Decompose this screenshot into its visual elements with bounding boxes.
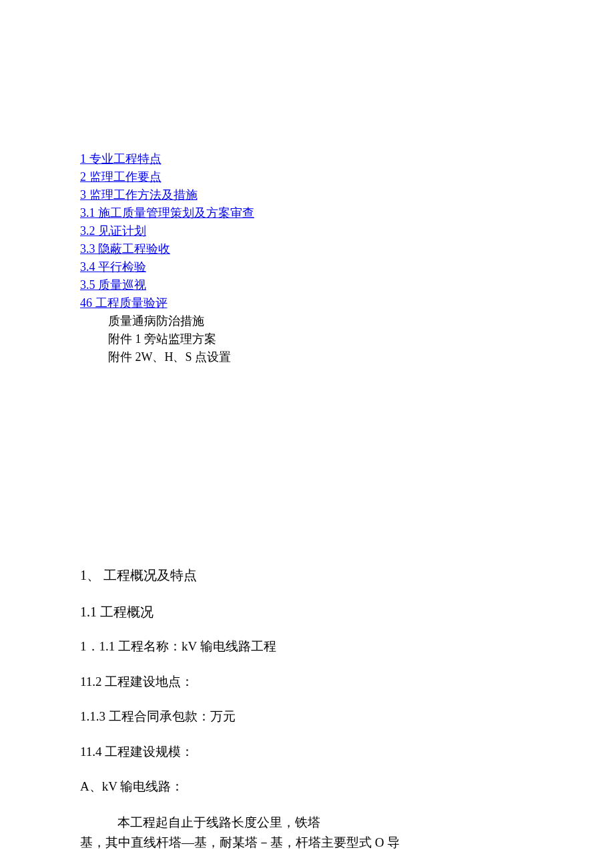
toc-link-3-5[interactable]: 3.5 质量巡视	[80, 276, 146, 294]
toc-link-3-1[interactable]: 3.1 施工质量管理策划及方案审查	[80, 204, 254, 222]
toc-link-2[interactable]: 2 监理工作要点	[80, 168, 162, 186]
toc-text-attach-2: 附件 2W、H、S 点设置	[80, 348, 534, 366]
toc-link-3-3[interactable]: 3.3 隐蔽工程验收	[80, 240, 170, 258]
line-1-1-4: 11.4 工程建设规模：	[80, 743, 534, 762]
toc-text-quality: 质量通病防治措施	[80, 312, 534, 330]
line-1-1-3: 1.1.3 工程合同承包款：万元	[80, 707, 534, 727]
heading-1: 1、 工程概况及特点	[80, 566, 534, 584]
toc-link-1[interactable]: 1 专业工程特点	[80, 150, 162, 168]
line-a: A、kV 输电线路：	[80, 777, 534, 797]
paragraph-1-line-2: 基，其中直线杆塔—基，耐某塔－基，杆塔主要型式 O 导	[80, 833, 534, 853]
toc-text-attach-1: 附件 1 旁站监理方案	[80, 330, 534, 348]
line-1-1-1: 1．1.1 工程名称：kV 输电线路工程	[80, 637, 534, 657]
paragraph-1-line-1: 本工程起自止于线路长度公里，铁塔	[80, 813, 534, 833]
toc-link-3-4[interactable]: 3.4 平行检验	[80, 258, 146, 276]
paragraph-1: 本工程起自止于线路长度公里，铁塔 基，其中直线杆塔—基，耐某塔－基，杆塔主要型式…	[80, 813, 534, 853]
table-of-contents: 1 专业工程特点 2 监理工作要点 3 监理工作方法及措施 3.1 施工质量管理…	[80, 150, 534, 366]
toc-link-3-2[interactable]: 3.2 见证计划	[80, 222, 146, 240]
toc-link-46[interactable]: 46 工程质量验评	[80, 294, 168, 312]
document-page: 1 专业工程特点 2 监理工作要点 3 监理工作方法及措施 3.1 施工质量管理…	[0, 0, 614, 868]
line-1-1-2: 11.2 工程建设地点：	[80, 673, 534, 692]
toc-link-3[interactable]: 3 监理工作方法及措施	[80, 186, 198, 204]
heading-1-1: 1.1 工程概况	[80, 603, 534, 621]
paragraph-2: 线规格为,避雷线为铝包钢绞线，光缆采	[80, 865, 534, 868]
